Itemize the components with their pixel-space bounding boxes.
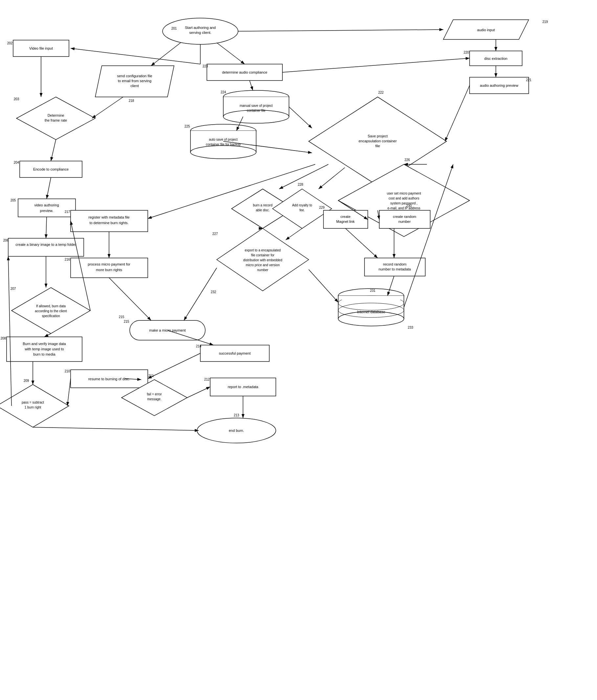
svg-text:number: number <box>398 220 411 223</box>
svg-text:the frame rate: the frame rate <box>45 118 67 122</box>
svg-text:micro price and version: micro price and version <box>245 263 280 267</box>
svg-text:system password ,: system password , <box>390 201 418 205</box>
svg-text:207: 207 <box>10 287 16 291</box>
svg-text:e-mail, and IP address: e-mail, and IP address <box>388 206 420 210</box>
svg-text:232: 232 <box>211 290 216 294</box>
svg-text:encapsulation container: encapsulation container <box>359 139 397 143</box>
svg-text:218: 218 <box>129 99 134 103</box>
svg-text:disc  extraction: disc extraction <box>484 56 508 60</box>
svg-text:preview.: preview. <box>40 209 53 212</box>
svg-text:register with metadata file: register with metadata file <box>88 215 129 219</box>
svg-text:Start authoring and: Start authoring and <box>185 26 216 30</box>
svg-text:create random: create random <box>393 215 416 219</box>
svg-text:206: 206 <box>3 239 9 242</box>
svg-text:number to metadata: number to metadata <box>379 267 411 271</box>
svg-text:create a  binary image to  a  : create a binary image to a temp folder <box>16 243 77 247</box>
svg-text:container file: container file <box>247 109 266 112</box>
svg-text:216: 216 <box>65 258 70 261</box>
svg-rect-2 <box>0 0 597 700</box>
svg-text:214: 214 <box>196 344 202 348</box>
svg-rect-109 <box>339 296 404 300</box>
svg-text:auto save of project: auto save of project <box>209 138 237 141</box>
flowchart-diagram: Start authoring and serving client. 201 … <box>0 0 597 700</box>
svg-text:231: 231 <box>370 289 376 293</box>
svg-point-40 <box>190 146 256 159</box>
svg-text:Burn and verify image data: Burn and verify image data <box>23 342 66 346</box>
svg-text:burn a  record: burn a record <box>253 203 272 207</box>
svg-text:202: 202 <box>7 42 13 45</box>
svg-text:210: 210 <box>65 369 70 373</box>
svg-text:more burn rights: more burn rights <box>96 268 123 272</box>
svg-text:229: 229 <box>319 206 325 209</box>
svg-text:report to .metadata: report to .metadata <box>228 385 259 389</box>
svg-text:successful payment: successful payment <box>219 351 251 355</box>
svg-text:with temp image used to: with temp image used to <box>24 347 64 351</box>
svg-text:215: 215 <box>119 315 125 319</box>
svg-text:215: 215 <box>124 320 129 323</box>
svg-text:message.: message. <box>147 397 161 401</box>
svg-rect-34 <box>224 97 289 100</box>
svg-text:end burn.: end burn. <box>229 428 244 432</box>
svg-text:Save project: Save project <box>367 134 388 138</box>
svg-text:1 burn right: 1 burn right <box>25 405 42 409</box>
svg-rect-82 <box>8 238 84 256</box>
svg-text:220: 220 <box>464 51 469 54</box>
svg-text:record random: record random <box>383 262 407 266</box>
svg-text:224: 224 <box>221 91 226 94</box>
svg-text:user set micro payment: user set micro payment <box>387 192 421 195</box>
svg-text:distribution with embedded: distribution with embedded <box>243 258 282 262</box>
svg-text:number: number <box>257 268 269 272</box>
svg-rect-41 <box>191 131 256 135</box>
svg-text:to determine burn rights.: to determine burn rights. <box>89 221 128 225</box>
svg-text:225: 225 <box>185 125 190 128</box>
svg-text:to email from serving: to email from serving <box>118 79 151 83</box>
svg-text:audio authoring preview: audio authoring preview <box>480 83 519 88</box>
svg-text:cost and add authors: cost and add authors <box>388 197 419 200</box>
svg-text:Determine: Determine <box>48 114 64 117</box>
svg-text:able disc.: able disc. <box>256 208 269 212</box>
svg-text:send configuration file: send configuration file <box>117 74 152 78</box>
svg-text:Magnet link: Magnet link <box>336 220 355 223</box>
svg-text:226: 226 <box>405 158 410 162</box>
svg-text:Encode to compliance: Encode to compliance <box>33 167 69 171</box>
svg-text:203: 203 <box>14 97 19 101</box>
svg-text:233: 233 <box>408 326 413 329</box>
svg-text:burn to media: burn to media <box>33 352 55 356</box>
svg-text:create: create <box>340 215 351 219</box>
svg-text:227: 227 <box>212 232 218 235</box>
svg-text:217: 217 <box>65 210 70 214</box>
svg-text:228: 228 <box>298 183 304 186</box>
svg-text:container file for backup: container file for backup <box>206 143 241 146</box>
svg-text:client: client <box>130 84 139 88</box>
svg-text:serving client.: serving client. <box>189 30 211 34</box>
svg-text:specification: specification <box>42 314 60 318</box>
svg-text:212: 212 <box>204 378 210 381</box>
svg-text:resume to burning of disc.: resume to burning of disc. <box>88 377 130 381</box>
svg-text:determine audio compliance: determine audio compliance <box>222 70 267 74</box>
svg-text:Video file input: Video file input <box>29 46 53 50</box>
svg-text:208: 208 <box>1 336 6 340</box>
svg-text:process micro payment for: process micro payment for <box>88 262 130 266</box>
svg-text:fail = error: fail = error <box>147 392 162 396</box>
svg-text:204: 204 <box>14 161 19 164</box>
svg-text:according to the client: according to the client <box>35 309 67 313</box>
svg-text:file: file <box>375 144 380 148</box>
svg-text:201: 201 <box>172 27 177 30</box>
svg-text:video authoring: video authoring <box>34 203 59 207</box>
svg-text:222: 222 <box>378 91 384 94</box>
svg-text:219: 219 <box>543 20 548 24</box>
svg-text:Internet database: Internet database <box>357 310 385 314</box>
svg-text:audio input: audio input <box>477 28 495 32</box>
svg-text:223: 223 <box>203 65 208 68</box>
svg-text:205: 205 <box>10 199 16 202</box>
svg-rect-59 <box>18 199 76 217</box>
svg-text:230: 230 <box>406 204 412 208</box>
svg-text:221: 221 <box>526 78 531 82</box>
svg-text:pass = subtract: pass = subtract <box>22 401 44 404</box>
svg-text:file container for: file container for <box>251 253 275 257</box>
svg-text:209: 209 <box>24 379 29 382</box>
svg-text:Add royalty to: Add royalty to <box>292 203 312 207</box>
svg-text:fee.: fee. <box>300 208 305 212</box>
svg-text:export to a encapsulated: export to a encapsulated <box>245 248 281 252</box>
svg-text:If allowed, burn data: If allowed, burn data <box>36 304 66 308</box>
